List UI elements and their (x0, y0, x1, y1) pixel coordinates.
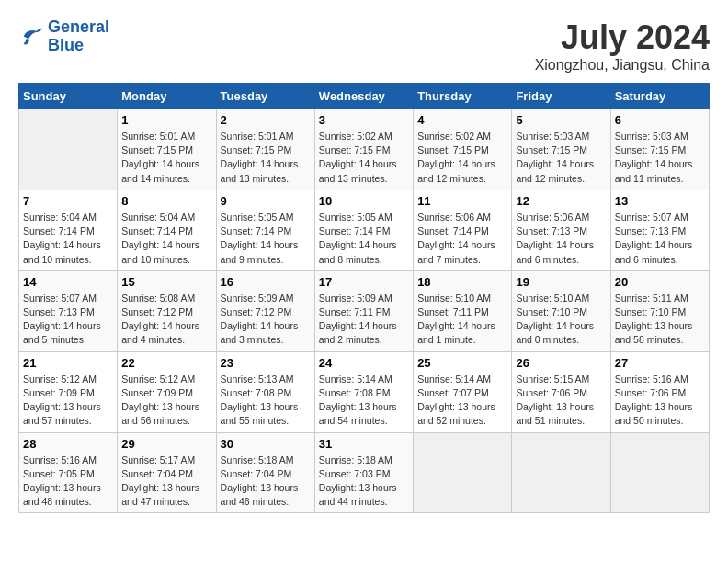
day-number: 26 (516, 356, 606, 370)
day-cell: 13Sunrise: 5:07 AMSunset: 7:13 PMDayligh… (610, 190, 709, 270)
day-info: Sunrise: 5:06 AMSunset: 7:13 PMDaylight:… (516, 211, 606, 267)
day-cell: 26Sunrise: 5:15 AMSunset: 7:06 PMDayligh… (512, 351, 610, 432)
day-info: Sunrise: 5:09 AMSunset: 7:12 PMDaylight:… (221, 292, 311, 348)
day-info: Sunrise: 5:10 AMSunset: 7:11 PMDaylight:… (417, 292, 507, 348)
day-cell: 28Sunrise: 5:16 AMSunset: 7:05 PMDayligh… (19, 432, 118, 513)
day-number: 10 (319, 194, 409, 208)
day-number: 14 (23, 275, 113, 289)
day-info: Sunrise: 5:02 AMSunset: 7:15 PMDaylight:… (417, 130, 507, 186)
day-number: 9 (221, 194, 311, 208)
day-info: Sunrise: 5:03 AMSunset: 7:15 PMDaylight:… (516, 130, 606, 186)
day-cell: 3Sunrise: 5:02 AMSunset: 7:15 PMDaylight… (314, 109, 413, 190)
day-number: 31 (319, 437, 409, 451)
day-number: 5 (516, 113, 606, 127)
day-cell: 23Sunrise: 5:13 AMSunset: 7:08 PMDayligh… (216, 351, 314, 432)
day-info: Sunrise: 5:04 AMSunset: 7:14 PMDaylight:… (23, 211, 113, 267)
day-number: 6 (615, 113, 705, 127)
day-cell: 5Sunrise: 5:03 AMSunset: 7:15 PMDaylight… (512, 109, 610, 190)
day-number: 22 (121, 356, 211, 370)
day-number: 11 (417, 194, 507, 208)
day-number: 4 (417, 113, 507, 127)
day-info: Sunrise: 5:01 AMSunset: 7:15 PMDaylight:… (221, 130, 311, 186)
column-header-friday: Friday (512, 84, 610, 109)
day-number: 3 (319, 113, 409, 127)
day-cell: 24Sunrise: 5:14 AMSunset: 7:08 PMDayligh… (314, 351, 413, 432)
day-number: 27 (615, 356, 705, 370)
day-cell: 18Sunrise: 5:10 AMSunset: 7:11 PMDayligh… (414, 270, 512, 351)
day-number: 25 (417, 356, 507, 370)
column-header-monday: Monday (118, 84, 216, 109)
day-cell (414, 432, 512, 513)
day-info: Sunrise: 5:12 AMSunset: 7:09 PMDaylight:… (121, 373, 211, 429)
day-info: Sunrise: 5:13 AMSunset: 7:08 PMDaylight:… (221, 373, 311, 429)
day-info: Sunrise: 5:18 AMSunset: 7:04 PMDaylight:… (221, 454, 311, 510)
day-cell: 10Sunrise: 5:05 AMSunset: 7:14 PMDayligh… (314, 190, 413, 270)
day-number: 29 (121, 437, 211, 451)
calendar-title: July 2024 (535, 18, 710, 57)
day-info: Sunrise: 5:06 AMSunset: 7:14 PMDaylight:… (417, 211, 507, 267)
page-header: General Blue July 2024 Xiongzhou, Jiangs… (18, 18, 710, 74)
day-cell: 11Sunrise: 5:06 AMSunset: 7:14 PMDayligh… (414, 190, 512, 270)
day-cell: 9Sunrise: 5:05 AMSunset: 7:14 PMDaylight… (216, 190, 314, 270)
week-row-4: 21Sunrise: 5:12 AMSunset: 7:09 PMDayligh… (19, 351, 710, 432)
title-block: July 2024 Xiongzhou, Jiangsu, China (535, 18, 710, 74)
day-info: Sunrise: 5:14 AMSunset: 7:07 PMDaylight:… (417, 373, 507, 429)
header-row: SundayMondayTuesdayWednesdayThursdayFrid… (19, 84, 710, 109)
day-info: Sunrise: 5:16 AMSunset: 7:06 PMDaylight:… (615, 373, 705, 429)
day-cell: 2Sunrise: 5:01 AMSunset: 7:15 PMDaylight… (216, 109, 314, 190)
day-cell: 31Sunrise: 5:18 AMSunset: 7:03 PMDayligh… (314, 432, 413, 513)
week-row-5: 28Sunrise: 5:16 AMSunset: 7:05 PMDayligh… (19, 432, 710, 513)
day-info: Sunrise: 5:08 AMSunset: 7:12 PMDaylight:… (121, 292, 211, 348)
logo-general: General (48, 17, 109, 36)
day-number: 21 (23, 356, 113, 370)
column-header-tuesday: Tuesday (216, 84, 314, 109)
day-number: 20 (615, 275, 705, 289)
day-cell (19, 109, 118, 190)
day-number: 30 (221, 437, 311, 451)
day-info: Sunrise: 5:05 AMSunset: 7:14 PMDaylight:… (221, 211, 311, 267)
day-info: Sunrise: 5:18 AMSunset: 7:03 PMDaylight:… (319, 454, 409, 510)
day-info: Sunrise: 5:07 AMSunset: 7:13 PMDaylight:… (615, 211, 705, 267)
column-header-sunday: Sunday (19, 84, 118, 109)
column-header-saturday: Saturday (610, 84, 709, 109)
day-number: 28 (23, 437, 113, 451)
day-info: Sunrise: 5:14 AMSunset: 7:08 PMDaylight:… (319, 373, 409, 429)
calendar-body: 1Sunrise: 5:01 AMSunset: 7:15 PMDaylight… (19, 109, 710, 513)
calendar-subtitle: Xiongzhou, Jiangsu, China (535, 57, 710, 74)
logo-text: General Blue (48, 18, 109, 55)
day-number: 8 (121, 194, 211, 208)
day-number: 16 (221, 275, 311, 289)
day-number: 13 (615, 194, 705, 208)
day-cell: 4Sunrise: 5:02 AMSunset: 7:15 PMDaylight… (414, 109, 512, 190)
day-cell: 20Sunrise: 5:11 AMSunset: 7:10 PMDayligh… (610, 270, 709, 351)
week-row-3: 14Sunrise: 5:07 AMSunset: 7:13 PMDayligh… (19, 270, 710, 351)
column-header-wednesday: Wednesday (314, 84, 413, 109)
day-cell: 1Sunrise: 5:01 AMSunset: 7:15 PMDaylight… (118, 109, 216, 190)
week-row-2: 7Sunrise: 5:04 AMSunset: 7:14 PMDaylight… (19, 190, 710, 270)
logo-blue: Blue (48, 37, 109, 55)
day-cell: 27Sunrise: 5:16 AMSunset: 7:06 PMDayligh… (610, 351, 709, 432)
day-number: 2 (221, 113, 311, 127)
day-number: 19 (516, 275, 606, 289)
day-number: 15 (121, 275, 211, 289)
day-info: Sunrise: 5:03 AMSunset: 7:15 PMDaylight:… (615, 130, 705, 186)
day-number: 24 (319, 356, 409, 370)
column-header-thursday: Thursday (414, 84, 512, 109)
day-number: 18 (417, 275, 507, 289)
day-info: Sunrise: 5:11 AMSunset: 7:10 PMDaylight:… (615, 292, 705, 348)
day-info: Sunrise: 5:02 AMSunset: 7:15 PMDaylight:… (319, 130, 409, 186)
day-cell: 19Sunrise: 5:10 AMSunset: 7:10 PMDayligh… (512, 270, 610, 351)
day-number: 17 (319, 275, 409, 289)
day-cell: 8Sunrise: 5:04 AMSunset: 7:14 PMDaylight… (118, 190, 216, 270)
logo: General Blue (18, 18, 109, 55)
day-cell: 30Sunrise: 5:18 AMSunset: 7:04 PMDayligh… (216, 432, 314, 513)
day-cell: 29Sunrise: 5:17 AMSunset: 7:04 PMDayligh… (118, 432, 216, 513)
day-info: Sunrise: 5:09 AMSunset: 7:11 PMDaylight:… (319, 292, 409, 348)
day-number: 12 (516, 194, 606, 208)
day-cell: 21Sunrise: 5:12 AMSunset: 7:09 PMDayligh… (19, 351, 118, 432)
day-cell: 16Sunrise: 5:09 AMSunset: 7:12 PMDayligh… (216, 270, 314, 351)
day-cell: 17Sunrise: 5:09 AMSunset: 7:11 PMDayligh… (314, 270, 413, 351)
day-cell (610, 432, 709, 513)
calendar-header: SundayMondayTuesdayWednesdayThursdayFrid… (19, 84, 710, 109)
day-info: Sunrise: 5:04 AMSunset: 7:14 PMDaylight:… (121, 211, 211, 267)
